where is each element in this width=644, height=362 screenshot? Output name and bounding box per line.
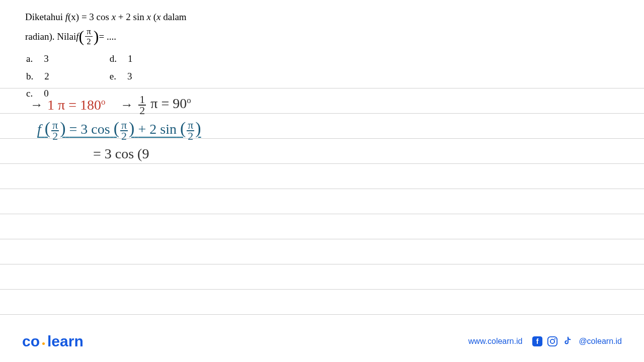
hw-blue-text: f ( π 2 ) = 3 cos ( π 2 ) + 2 sin ( π 2 … — [37, 121, 201, 137]
rule-line — [0, 289, 644, 290]
rule-line — [0, 239, 644, 239]
option-b: b. 2 — [26, 68, 49, 84]
colearn-logo: co learn — [22, 333, 84, 350]
svg-point-4 — [554, 338, 555, 339]
rule-line — [0, 189, 644, 189]
hw-frac1-d: 2 — [51, 131, 59, 141]
hw-frac-1: π 2 — [51, 120, 59, 141]
handwriting-line-3: = 3 cos (9 — [93, 146, 149, 162]
option-d-value: 1 — [128, 51, 133, 67]
hw-f: f — [37, 121, 41, 137]
logo-dot-icon — [42, 342, 45, 345]
footer-right: www.colearn.id f @colearn.id — [468, 335, 622, 347]
social-handle: @colearn.id — [579, 337, 622, 346]
facebook-icon: f — [531, 335, 543, 347]
hw-frac-half: 1 2 — [138, 95, 146, 116]
hw-black-body: π = 90 — [150, 96, 187, 111]
hw-plus: + 2 sin — [138, 121, 176, 137]
svg-text:f: f — [536, 338, 539, 345]
footer: co learn www.colearn.id f @colearn.id — [0, 333, 644, 350]
svg-rect-2 — [548, 337, 557, 346]
frac-num: π — [85, 27, 93, 37]
hw-line3-text: = 3 cos (9 — [93, 146, 149, 161]
hw-black-sup: o — [187, 96, 191, 105]
option-e-letter: e. — [110, 68, 116, 84]
problem-x2: x — [147, 12, 151, 22]
problem-line-2: radian). Nilai f ( π 2 ) = .... — [25, 27, 619, 46]
problem-line2-post: = .... — [99, 29, 116, 45]
hw-red-body: 1 π = 180 — [47, 97, 101, 113]
problem-dalam: dalam — [160, 12, 186, 22]
hw-frac-3: π 2 — [187, 120, 194, 141]
problem-plus: + 2 sin — [116, 12, 146, 22]
hw-frac3-d: 2 — [187, 131, 194, 141]
option-e-value: 3 — [127, 68, 132, 84]
hw-paren-l2: ( — [114, 119, 119, 137]
option-a-value: 3 — [44, 51, 49, 67]
paren-right: ) — [94, 30, 99, 43]
option-b-letter: b. — [26, 68, 33, 84]
option-e: e. 3 — [110, 68, 133, 84]
problem-text: Diketahui — [25, 12, 65, 22]
problem-arg: (x) — [68, 12, 79, 22]
hw-paren-r: ) — [60, 119, 65, 137]
hw-frac-2: π 2 — [120, 120, 128, 141]
option-a: a. 3 — [26, 51, 49, 67]
problem-eq: = 3 cos — [79, 12, 112, 22]
tiktok-icon — [561, 335, 574, 347]
arrow-icon: → — [30, 98, 43, 113]
logo-co: co — [22, 333, 40, 350]
problem-line-1: Diketahui f(x) = 3 cos x + 2 sin x (x da… — [25, 9, 619, 25]
handwriting-line-1: → 1 π = 180o → 1 2 π = 90o — [30, 95, 191, 116]
rule-line — [0, 264, 644, 264]
website-url: www.colearn.id — [468, 337, 523, 346]
frac-den: 2 — [85, 37, 93, 46]
option-d-letter: d. — [110, 51, 117, 67]
hw-red-sup: o — [101, 97, 105, 107]
rule-line — [0, 314, 644, 315]
hw-paren-l: ( — [45, 119, 50, 137]
handwriting-line-2: f ( π 2 ) = 3 cos ( π 2 ) + 2 sin ( π 2 … — [37, 119, 201, 141]
logo-learn: learn — [47, 333, 84, 350]
problem-line2-pre: radian). Nilai — [25, 29, 76, 45]
option-a-letter: a. — [26, 51, 33, 67]
hw-paren-r2: ) — [129, 119, 134, 137]
rule-line — [0, 163, 644, 164]
rule-line — [0, 88, 644, 88]
social-icons: f @colearn.id — [531, 335, 622, 347]
hw-frac-d: 2 — [138, 106, 146, 116]
hw-eq: = 3 cos — [69, 121, 110, 137]
hw-red-text: 1 π = 180o — [47, 97, 105, 113]
paren-left: ( — [79, 30, 85, 43]
problem-post: ( — [151, 12, 156, 22]
instagram-icon — [546, 335, 558, 347]
hw-paren-l3: ( — [180, 119, 186, 137]
hw-frac2-d: 2 — [120, 131, 128, 141]
problem-x1: x — [112, 12, 116, 22]
hw-paren-r3: ) — [195, 119, 201, 137]
hw-black-text: 1 2 π = 90o — [137, 95, 191, 116]
rule-line — [0, 214, 644, 214]
arrow-icon: → — [120, 98, 133, 113]
option-b-value: 2 — [44, 68, 49, 84]
svg-point-3 — [550, 339, 554, 343]
fraction-pi-2: π 2 — [85, 27, 93, 46]
option-d: d. 1 — [110, 51, 133, 67]
